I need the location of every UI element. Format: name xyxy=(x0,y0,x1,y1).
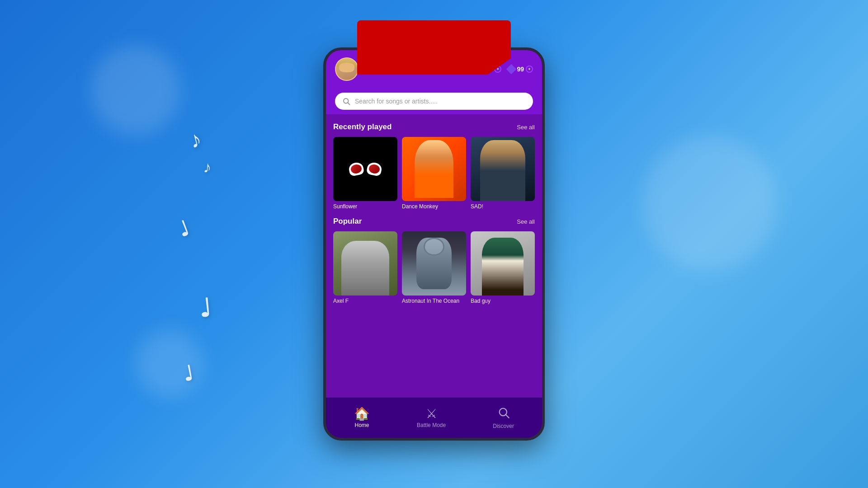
popular-header: Popular See all xyxy=(333,217,535,226)
recently-played-title: Recently played xyxy=(333,122,392,131)
svg-line-3 xyxy=(506,415,509,418)
recently-played-see-all[interactable]: See all xyxy=(517,124,535,131)
bokeh-decoration xyxy=(136,330,203,398)
eye-right xyxy=(366,161,382,176)
recently-played-header: Recently played See all xyxy=(333,122,535,131)
search-container: Search for songs or artists..... xyxy=(326,88,542,114)
diamonds-add-icon[interactable]: + xyxy=(526,66,533,73)
astronaut-helmet xyxy=(424,238,445,256)
music-note-decoration: ♪ xyxy=(203,158,212,176)
astronaut-thumbnail xyxy=(402,231,466,296)
bad-guy-thumbnail xyxy=(471,231,535,296)
nav-home[interactable]: 🏠 Home xyxy=(345,404,379,432)
phone-screen: ★ 435 + 99 + xyxy=(326,50,542,438)
music-note-decoration: ♩ xyxy=(198,293,212,323)
bottom-navigation: 🏠 Home ⚔ Battle Mode Discover xyxy=(326,397,542,438)
battle-label: Battle Mode xyxy=(417,422,446,428)
song-card-axel-f[interactable]: Axel F xyxy=(333,231,397,304)
nav-discover[interactable]: Discover xyxy=(484,403,523,433)
popular-see-all[interactable]: See all xyxy=(517,218,535,225)
song-card-dance-monkey[interactable]: Dance Monkey xyxy=(402,137,466,210)
recently-played-grid: Sunflower Dance Monkey xyxy=(333,137,535,210)
astronaut-figure xyxy=(416,238,452,289)
home-icon: 🏠 xyxy=(354,408,370,420)
bokeh-decoration xyxy=(642,136,778,271)
frog-figure xyxy=(341,241,390,296)
song-card-bad-guy[interactable]: Bad guy xyxy=(471,231,535,304)
sunflower-label: Sunflower xyxy=(333,203,397,210)
popular-grid: Axel F Astronaut In The Ocean xyxy=(333,231,535,304)
song-card-sunflower[interactable]: Sunflower xyxy=(333,137,397,210)
home-label: Home xyxy=(355,422,369,428)
astronaut-art xyxy=(402,231,466,296)
bokeh-decoration xyxy=(90,45,181,136)
search-icon xyxy=(342,97,350,105)
red-banner-decoration xyxy=(357,20,511,75)
sad-label: SAD! xyxy=(471,203,535,210)
discover-label: Discover xyxy=(493,423,514,429)
sad-figure xyxy=(480,140,525,201)
axel-f-art xyxy=(333,231,397,296)
sad-thumbnail xyxy=(471,137,535,201)
music-note-decoration: ♪ xyxy=(187,126,204,154)
dance-monkey-figure xyxy=(415,140,453,198)
diamonds-value: 99 xyxy=(517,66,524,73)
search-placeholder: Search for songs or artists..... xyxy=(355,98,438,105)
spiderman-eyes xyxy=(349,163,382,175)
sunflower-thumbnail xyxy=(333,137,397,201)
dance-monkey-thumbnail xyxy=(402,137,466,201)
song-card-sad[interactable]: SAD! xyxy=(471,137,535,210)
billie-figure xyxy=(482,238,524,296)
song-card-astronaut[interactable]: Astronaut In The Ocean xyxy=(402,231,466,304)
popular-title: Popular xyxy=(333,217,362,226)
avatar-face xyxy=(339,63,354,73)
diamonds-stat: 99 + xyxy=(508,66,533,73)
astronaut-label: Astronaut In The Ocean xyxy=(402,298,466,304)
battle-icon: ⚔ xyxy=(426,408,437,420)
dance-monkey-label: Dance Monkey xyxy=(402,203,466,210)
svg-line-1 xyxy=(348,103,349,104)
discover-icon xyxy=(497,406,510,421)
phone-container: ★ 435 + 99 + xyxy=(323,47,545,441)
eye-left xyxy=(348,161,364,176)
axel-f-label: Axel F xyxy=(333,298,397,304)
axel-f-thumbnail xyxy=(333,231,397,296)
search-bar[interactable]: Search for songs or artists..... xyxy=(335,93,533,110)
dance-monkey-art xyxy=(402,137,466,201)
diamonds-icon xyxy=(506,64,517,75)
user-avatar[interactable] xyxy=(335,57,359,81)
nav-battle[interactable]: ⚔ Battle Mode xyxy=(408,404,455,432)
phone-frame: ★ 435 + 99 + xyxy=(323,47,545,441)
music-note-decoration: ♩ xyxy=(175,216,192,242)
avatar-image xyxy=(336,58,358,80)
sunflower-art xyxy=(333,137,397,201)
bad-guy-art xyxy=(471,231,535,296)
bad-guy-label: Bad guy xyxy=(471,298,535,304)
main-content: Recently played See all xyxy=(326,114,542,414)
sad-art xyxy=(471,137,535,201)
